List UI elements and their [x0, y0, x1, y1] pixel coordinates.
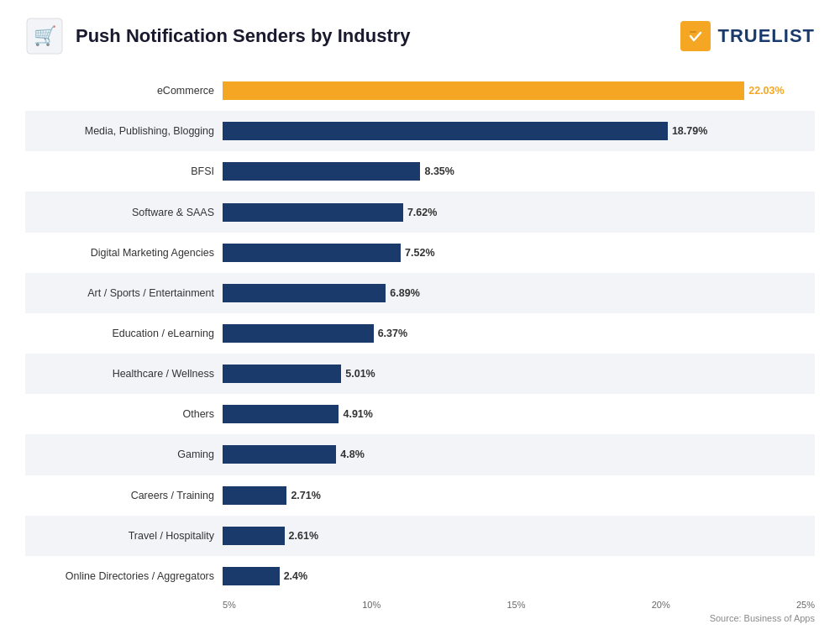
- x-axis: 5%10%15%20%25%: [25, 600, 815, 610]
- main-container: 🛒 Push Notification Senders by Industry …: [0, 0, 840, 640]
- bar-fill: [223, 567, 280, 585]
- bar-container: 6.37%: [223, 324, 815, 343]
- bar-fill: [223, 81, 744, 100]
- x-tick: 5%: [223, 600, 236, 610]
- bar-container: 5.01%: [223, 365, 815, 383]
- bar-container: 7.52%: [223, 244, 815, 262]
- header: 🛒 Push Notification Senders by Industry …: [25, 17, 815, 55]
- bar-row: Software & SAAS7.62%: [25, 191, 815, 232]
- bar-label-text: BFSI: [25, 165, 223, 177]
- bar-label-text: Travel / Hospitality: [25, 530, 223, 542]
- bar-row: Gaming4.8%: [25, 434, 815, 475]
- bar-pct-label: 5.01%: [345, 368, 375, 380]
- bar-label-text: Software & SAAS: [25, 207, 223, 218]
- x-tick: 25%: [796, 600, 815, 610]
- x-tick: 15%: [507, 600, 525, 610]
- svg-text:🛒: 🛒: [34, 24, 57, 47]
- bar-container: 2.4%: [223, 567, 815, 585]
- chart-area: eCommerce22.03%Media, Publishing, Bloggi…: [25, 71, 815, 610]
- bar-pct-label: 4.91%: [343, 408, 372, 420]
- bar-fill: [223, 365, 341, 383]
- bar-fill: [223, 445, 336, 464]
- bar-pct-label: 7.62%: [407, 207, 437, 218]
- bar-label-text: Healthcare / Wellness: [25, 368, 223, 380]
- bar-pct-label: 18.79%: [672, 125, 707, 137]
- bar-label-text: Education / eLearning: [25, 328, 223, 339]
- bar-pct-label: 4.8%: [340, 449, 365, 460]
- checkmark-icon: [686, 27, 705, 45]
- bar-pct-label: 8.35%: [424, 165, 454, 177]
- bar-label-text: Media, Publishing, Blogging: [25, 125, 223, 137]
- bar-pct-label: 6.89%: [390, 287, 419, 299]
- bar-label-text: Others: [25, 408, 223, 420]
- header-left: 🛒 Push Notification Senders by Industry: [25, 17, 411, 55]
- bar-label-text: Art / Sports / Entertainment: [25, 287, 223, 299]
- bar-fill: [223, 203, 403, 222]
- bar-row: Education / eLearning6.37%: [25, 313, 815, 354]
- bar-container: 4.8%: [223, 445, 815, 464]
- bar-fill: [223, 162, 420, 181]
- bar-label-text: Online Directories / Aggregators: [25, 570, 223, 582]
- x-tick: 10%: [362, 600, 381, 610]
- bar-container: 4.91%: [223, 405, 815, 423]
- bar-row: Online Directories / Aggregators2.4%: [25, 556, 815, 596]
- bar-container: 6.89%: [223, 284, 815, 302]
- source-text: Source: Business of Apps: [25, 613, 815, 623]
- bar-label-text: eCommerce: [25, 85, 223, 97]
- chart-title: Push Notification Senders by Industry: [76, 25, 411, 47]
- bar-pct-label: 6.37%: [378, 328, 407, 339]
- logo-badge: [680, 21, 711, 51]
- bar-container: 7.62%: [223, 203, 815, 222]
- bar-pct-label: 2.61%: [289, 530, 318, 542]
- truelist-logo: TRUELIST: [680, 21, 815, 51]
- bar-pct-label: 2.4%: [284, 570, 308, 582]
- bar-row: Others4.91%: [25, 394, 815, 434]
- bar-container: 8.35%: [223, 162, 815, 181]
- bar-fill: [223, 324, 374, 343]
- cart-icon: 🛒: [25, 17, 64, 55]
- bar-fill: [223, 122, 668, 140]
- bar-row: Careers / Training2.71%: [25, 475, 815, 516]
- bar-row: eCommerce22.03%: [25, 71, 815, 111]
- bar-label-text: Careers / Training: [25, 490, 223, 501]
- bar-container: 22.03%: [223, 81, 815, 100]
- chart-wrapper: eCommerce22.03%Media, Publishing, Bloggi…: [25, 71, 815, 596]
- bar-fill: [223, 244, 401, 262]
- x-axis-labels: 5%10%15%20%25%: [223, 600, 815, 610]
- bar-fill: [223, 527, 285, 545]
- bar-row: Media, Publishing, Blogging18.79%: [25, 111, 815, 151]
- logo-text: TRUELIST: [717, 25, 815, 47]
- bar-pct-label: 7.52%: [405, 247, 434, 259]
- x-tick: 20%: [652, 600, 670, 610]
- bar-row: Healthcare / Wellness5.01%: [25, 354, 815, 394]
- bar-row: Travel / Hospitality2.61%: [25, 516, 815, 556]
- bar-pct-label: 22.03%: [748, 85, 784, 97]
- bar-pct-label: 2.71%: [291, 490, 320, 501]
- bar-fill: [223, 284, 386, 302]
- bar-fill: [223, 405, 339, 423]
- bar-row: Digital Marketing Agencies7.52%: [25, 233, 815, 273]
- bar-row: Art / Sports / Entertainment6.89%: [25, 273, 815, 313]
- svg-rect-3: [690, 31, 696, 33]
- bar-container: 18.79%: [223, 122, 815, 140]
- bar-row: BFSI8.35%: [25, 151, 815, 191]
- bar-container: 2.71%: [223, 486, 815, 505]
- bar-fill: [223, 486, 286, 505]
- bar-label-text: Digital Marketing Agencies: [25, 247, 223, 259]
- bar-container: 2.61%: [223, 527, 815, 545]
- bar-label-text: Gaming: [25, 449, 223, 460]
